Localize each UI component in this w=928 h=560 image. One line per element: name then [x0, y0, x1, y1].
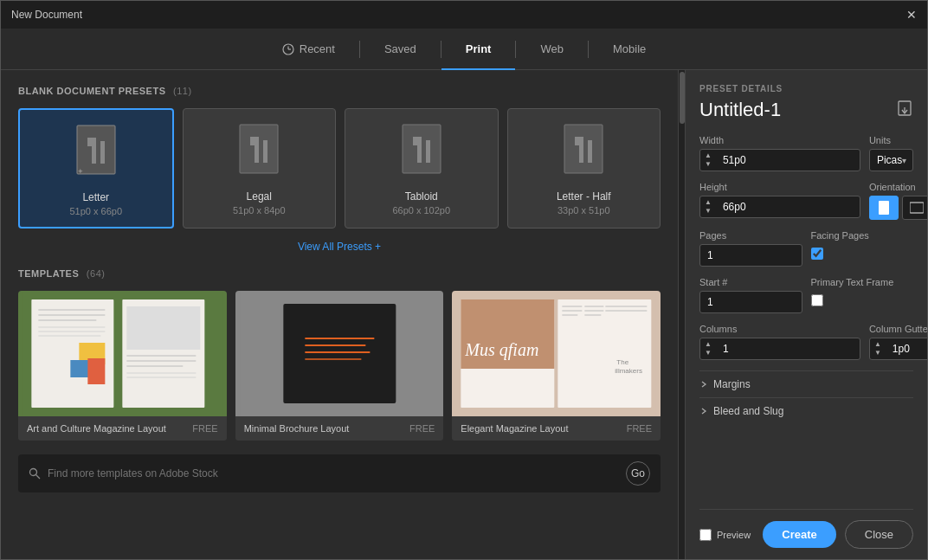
svg-line-56	[36, 475, 41, 480]
chevron-right-icon-margins	[699, 380, 708, 389]
columns-input[interactable]	[716, 338, 860, 359]
preset-card-tabloid[interactable]: Tabloid 66p0 x 102p0	[345, 108, 499, 229]
facing-pages-group: Facing Pages	[811, 230, 914, 267]
preset-details-label: PRESET DETAILS	[699, 84, 913, 93]
tab-web[interactable]: Web	[516, 29, 588, 70]
templates-header: TEMPLATES (64)	[18, 268, 661, 279]
svg-rect-35	[283, 304, 396, 403]
template-name-art-culture: Art and Culture Magazine Layout	[27, 423, 166, 434]
template-card-elegant-magazine[interactable]: Mus qfiam The illmaker	[452, 291, 661, 441]
facing-pages-label: Facing Pages	[811, 230, 914, 241]
svg-rect-60	[910, 203, 924, 213]
preset-size-letter-half: 33p0 x 51p0	[557, 205, 610, 216]
facing-pages-checkbox[interactable]	[811, 248, 823, 260]
svg-rect-27	[87, 358, 105, 384]
units-select[interactable]: Picas Inches Millimeters Centimeters Poi…	[869, 149, 913, 171]
height-orientation-row: Height ▲ ▼ Orientation	[699, 182, 913, 220]
search-go-button[interactable]: Go	[626, 461, 650, 486]
start-input[interactable]	[699, 291, 802, 313]
preset-card-legal[interactable]: Legal 51p0 x 84p0	[183, 108, 337, 229]
blank-presets-header: BLANK DOCUMENT PRESETS (11)	[18, 86, 661, 96]
width-decrement[interactable]: ▼	[702, 160, 714, 169]
landscape-icon	[910, 202, 924, 214]
preview-checkbox[interactable]	[699, 529, 712, 541]
tab-recent-label: Recent	[300, 42, 335, 55]
view-all-presets[interactable]: View All Presets +	[18, 241, 661, 253]
tab-saved[interactable]: Saved	[360, 29, 441, 70]
units-select-wrapper: Picas Inches Millimeters Centimeters Poi…	[869, 149, 913, 171]
preset-card-letter[interactable]: ✦ Letter 51p0 x 66p0	[18, 108, 174, 229]
preset-title: Untitled-1	[699, 99, 781, 121]
columns-increment[interactable]: ▲	[702, 340, 714, 349]
template-info-minimal-brochure: Minimal Brochure Layout FREE	[235, 416, 444, 441]
columns-gutter-row: Columns ▲ ▼ Column Gutter ▲ ▼	[699, 324, 913, 360]
orientation-landscape-button[interactable]	[902, 196, 927, 220]
width-input[interactable]	[716, 150, 860, 171]
preview-check-group: Preview	[699, 529, 751, 541]
column-gutter-stepper: ▲ ▼	[869, 338, 927, 360]
svg-rect-42	[558, 299, 652, 408]
template-card-art-culture[interactable]: Art and Culture Magazine Layout FREE	[18, 291, 227, 441]
margins-collapsible[interactable]: Margins	[699, 370, 913, 397]
column-gutter-label: Column Gutter	[869, 324, 927, 334]
tab-mobile-label: Mobile	[613, 42, 646, 55]
preview-label: Preview	[717, 530, 751, 540]
margins-label: Margins	[713, 378, 751, 390]
column-gutter-decrement[interactable]: ▼	[872, 349, 884, 357]
bleed-slug-collapsible[interactable]: Bleed and Slug	[699, 397, 913, 424]
search-input[interactable]	[48, 467, 619, 480]
portrait-icon	[878, 201, 890, 215]
tab-web-label: Web	[540, 42, 564, 55]
start-primary-row: Start # Primary Text Frame	[699, 277, 913, 313]
close-window-button[interactable]: ✕	[906, 8, 917, 22]
preset-title-row: Untitled-1	[699, 99, 913, 121]
template-thumb-art-culture	[18, 291, 227, 416]
preset-name-letter: Letter	[82, 191, 109, 203]
pages-input[interactable]	[699, 244, 802, 267]
preset-name-letter-half: Letter - Half	[557, 190, 611, 203]
pages-facing-row: Pages Facing Pages	[699, 230, 913, 267]
bottom-actions: Preview Create Close	[699, 509, 913, 549]
tab-recent[interactable]: Recent	[258, 29, 359, 70]
presets-grid: ✦ Letter 51p0 x 66p0 Legal	[18, 108, 661, 229]
template-card-minimal-brochure[interactable]: Minimal Brochure Layout FREE	[235, 291, 444, 441]
close-button[interactable]: Close	[845, 520, 913, 549]
preset-card-letter-half[interactable]: Letter - Half 33p0 x 51p0	[507, 108, 661, 229]
height-group: Height ▲ ▼	[699, 182, 860, 220]
columns-stepper: ▲ ▼	[699, 338, 860, 360]
columns-decrement[interactable]: ▼	[702, 349, 714, 357]
left-panel: BLANK DOCUMENT PRESETS (11) ✦ Letter	[1, 70, 678, 559]
primary-text-frame-checkbox[interactable]	[811, 294, 823, 306]
preset-size-legal: 51p0 x 84p0	[233, 205, 286, 216]
width-group: Width ▲ ▼	[699, 135, 860, 171]
preset-icon-legal	[233, 121, 285, 182]
preset-size-tabloid: 66p0 x 102p0	[392, 205, 450, 216]
height-decrement[interactable]: ▼	[702, 207, 714, 216]
tab-mobile[interactable]: Mobile	[589, 29, 670, 70]
height-stepper: ▲ ▼	[699, 196, 860, 218]
template-name-elegant-magazine: Elegant Magazine Layout	[461, 423, 568, 434]
tab-print[interactable]: Print	[441, 29, 516, 70]
primary-text-frame-row	[811, 294, 914, 306]
main-content: BLANK DOCUMENT PRESETS (11) ✦ Letter	[1, 70, 927, 559]
width-label: Width	[699, 135, 860, 145]
column-gutter-input[interactable]	[886, 338, 927, 359]
orientation-portrait-button[interactable]	[869, 196, 899, 220]
svg-text:✦: ✦	[77, 167, 84, 176]
width-increment[interactable]: ▲	[702, 151, 714, 160]
scroll-track[interactable]	[678, 70, 685, 559]
template-thumb-minimal-brochure	[235, 291, 444, 416]
scroll-thumb[interactable]	[680, 72, 685, 124]
height-input[interactable]	[716, 196, 860, 217]
svg-text:The: The	[617, 358, 629, 366]
column-gutter-group: Column Gutter ▲ ▼	[869, 324, 927, 360]
height-increment[interactable]: ▲	[702, 198, 714, 207]
svg-marker-12	[426, 140, 430, 163]
facing-pages-row	[811, 248, 914, 260]
template-badge-minimal-brochure: FREE	[409, 423, 435, 434]
start-group: Start #	[699, 277, 802, 313]
create-button[interactable]: Create	[763, 521, 835, 548]
save-preset-icon[interactable]	[896, 100, 913, 121]
column-gutter-increment[interactable]: ▲	[872, 340, 884, 349]
facing-pages-checkbox-group	[811, 244, 914, 260]
